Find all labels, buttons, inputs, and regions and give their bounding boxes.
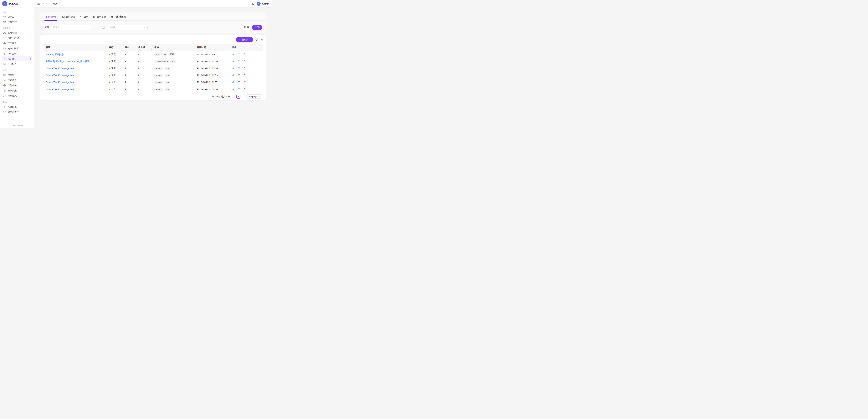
history-row-button[interactable] (238, 74, 240, 77)
view-row-button[interactable] (232, 53, 235, 56)
sidebar-item-label: 系统配置 (8, 105, 31, 108)
history-row-button[interactable] (238, 88, 240, 91)
row-title-link[interactable]: 跨系统测试知识_1775791356737_唯一标识 (46, 60, 103, 63)
sidebar-item-sync[interactable]: 同步日志 (2, 93, 32, 98)
top-header: ZCLAW / 知识库 A Admin (34, 0, 272, 7)
view-row-button[interactable] (232, 67, 235, 70)
delete-row-button[interactable] (243, 88, 246, 91)
tag-pill: smoke (154, 73, 163, 77)
theme-toggle-button[interactable] (252, 2, 254, 5)
status-dot (109, 82, 110, 83)
sidebar-item-gauge[interactable]: 仪表盘 (2, 14, 32, 19)
column-header: 状态 (106, 46, 122, 49)
sidebar-item-shop[interactable]: 行业配置 (2, 61, 32, 67)
table-row: 跨系统测试知识_1775791356737_唯一标识活跃10cross-syst… (43, 58, 263, 65)
reload-icon (255, 38, 258, 41)
status-dot (109, 89, 110, 90)
tab-chart[interactable]: 分析看板 (93, 15, 106, 21)
sidebar-item-gear[interactable]: 系统配置 (2, 104, 32, 110)
breadcrumb-root[interactable]: ZCLAW (42, 2, 50, 5)
sidebar-item-book[interactable]: 知识库 (2, 56, 32, 61)
version-cell: 1 (122, 81, 135, 84)
sidebar-item-bar-chart[interactable]: 用量统计 (2, 72, 32, 78)
table-row: Smoke Test Knowledge Item活跃10smoketest20… (43, 86, 263, 93)
history-row-button[interactable] (238, 60, 240, 63)
view-row-button[interactable] (232, 60, 235, 63)
tab-book[interactable]: 知识条目 (44, 15, 57, 21)
create-entry-button[interactable]: 新建条目 (236, 37, 253, 42)
sidebar-collapse-button[interactable] (37, 2, 40, 5)
message-icon (3, 111, 6, 113)
history-icon (238, 74, 240, 77)
user-menu[interactable]: A Admin (256, 2, 269, 6)
tab-label: 搜索 (84, 15, 88, 18)
view-row-button[interactable] (232, 81, 235, 84)
sidebar-item-users[interactable]: 账号管理 (2, 30, 32, 35)
row-title-link[interactable]: Smoke Test Knowledge Item (46, 81, 103, 84)
trash-icon (243, 53, 246, 56)
history-icon (238, 60, 240, 63)
sidebar-item-api[interactable]: API 密钥 (2, 51, 32, 56)
crown-icon (3, 21, 6, 23)
column-header: 更新时间 (194, 46, 229, 49)
sidebar-item-clock[interactable]: 定时任务 (2, 83, 32, 88)
refresh-table-button[interactable] (255, 38, 258, 41)
view-row-button[interactable] (232, 88, 235, 91)
chevron-down-icon (144, 27, 146, 28)
history-row-button[interactable] (238, 67, 240, 70)
history-row-button[interactable] (238, 81, 240, 84)
row-title-link[interactable]: Smoke Test Knowledge Item (46, 88, 103, 91)
tab-search[interactable]: 搜索 (80, 15, 88, 21)
cloud-icon (3, 42, 6, 44)
sidebar-item-shield[interactable]: 角色与权限 (2, 35, 32, 41)
file-text-icon (3, 89, 6, 92)
row-title-link[interactable]: Smoke Test Knowledge Item (46, 74, 103, 77)
history-row-button[interactable] (238, 53, 240, 56)
title-filter-input[interactable] (51, 25, 92, 30)
version-cell: 1 (122, 53, 135, 56)
delete-row-button[interactable] (243, 74, 246, 77)
status-dot (109, 68, 110, 69)
pagination-page-1[interactable]: 1 (237, 95, 241, 99)
delete-row-button[interactable] (243, 67, 246, 70)
search-button[interactable]: 查 询 (252, 25, 262, 30)
status-filter-select[interactable]: 请选择 (107, 25, 148, 30)
sidebar-item-crown[interactable]: 计费管理 (2, 19, 32, 25)
table-settings-button[interactable] (260, 38, 263, 41)
sidebar-item-file-text[interactable]: 操作日志 (2, 88, 32, 93)
column-header: 标签 (152, 46, 194, 49)
updated-time-cell: 2026-04-10 12:09:31 (194, 53, 229, 56)
row-title-link[interactable]: API Key 配置指南 (46, 53, 103, 56)
priority-cell: 0 (135, 81, 152, 84)
sidebar-item-label: 知识库 (8, 57, 28, 60)
delete-row-button[interactable] (243, 81, 246, 84)
sidebar-item-cloud[interactable]: 模型服务 (2, 41, 32, 46)
page-size-select[interactable]: 20 / page (246, 94, 262, 99)
sidebar-section-label: 系统 (2, 98, 32, 104)
sidebar-item-label: 行业配置 (8, 62, 31, 66)
trash-icon (243, 81, 246, 84)
version-cell: 1 (122, 88, 135, 91)
tags-cell: smoketest (154, 67, 191, 70)
avatar: A (256, 2, 260, 6)
sidebar-item-message[interactable]: 提示词管理 (2, 110, 32, 115)
tab-folder[interactable]: 分类管理 (62, 15, 75, 21)
reset-button[interactable]: 重 置 (242, 25, 251, 30)
pagination-next-button[interactable] (242, 95, 245, 98)
delete-row-button[interactable] (243, 60, 246, 63)
sidebar-item-swap[interactable]: 中转任务 (2, 78, 32, 83)
row-title-link[interactable]: Smoke Test Knowledge Item (46, 67, 103, 70)
chart-icon (93, 16, 96, 18)
sidebar-footer-version: ZCLAW Admin v2 (0, 123, 34, 128)
delete-row-button[interactable] (243, 53, 246, 56)
tab-table[interactable]: 结构化数据 (111, 15, 126, 21)
pagination-prev-button[interactable] (232, 95, 235, 98)
trash-icon (243, 60, 246, 63)
sidebar-item-robot[interactable]: Agent 模板 (2, 46, 32, 51)
app-root: Z ZCLAW 核心仪表盘计费管理资源管理账号管理角色与权限模型服务Agent … (0, 0, 272, 128)
tab-label: 知识条目 (48, 15, 57, 18)
swap-icon (3, 79, 6, 82)
column-header: 优先级 (135, 46, 152, 49)
view-row-button[interactable] (232, 74, 235, 77)
moon-icon (252, 2, 254, 5)
